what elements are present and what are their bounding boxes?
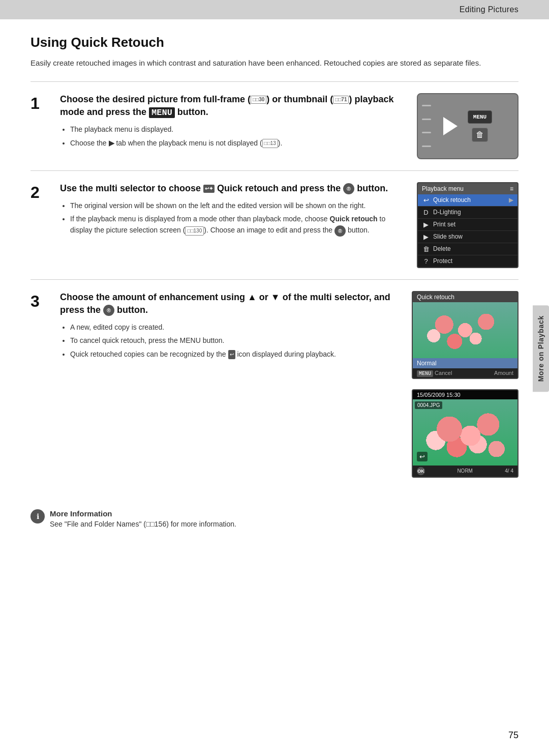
- step-3-bullet-2: To cancel quick retouch, press the MENU …: [70, 335, 402, 346]
- step-3-bullet-1: A new, edited copy is created.: [70, 322, 402, 333]
- ok-small-icon: OK: [417, 467, 425, 475]
- info-symbol: ℹ: [37, 512, 39, 520]
- playback-menu-illustration: Playback menu ≡ ↩ Quick retouch ▶ D D-Li…: [417, 182, 518, 268]
- more-info-title: More Information: [50, 509, 236, 518]
- more-info-section: ℹ More Information See "File and Folder …: [30, 504, 518, 528]
- ref-30: □□30: [251, 96, 266, 104]
- step-1-bullets: The playback menu is displayed. Choose t…: [60, 124, 407, 149]
- step-2-heading: Use the multi selector to choose ↩✦ Quic…: [60, 182, 407, 195]
- step-3-content: Choose the amount of enhancement using ▲…: [60, 291, 402, 362]
- more-info-icon: ℹ: [30, 509, 45, 524]
- section-intro: Easily create retouched images in which …: [30, 57, 518, 69]
- camera-btn-area: MENU 🗑: [443, 110, 492, 142]
- trash-button-img: 🗑: [472, 128, 488, 142]
- camera-line-2: [422, 119, 431, 120]
- pm-row-quickretouch: ↩ Quick retouch ▶: [418, 194, 517, 207]
- photo-bg: 0004.JPG ↩: [413, 399, 517, 466]
- qr-amount-label: Amount: [494, 370, 513, 376]
- main-content: Using Quick Retouch Easily create retouc…: [0, 19, 549, 548]
- step-3-number: 3: [30, 292, 50, 311]
- qr-normal-bar: Normal: [413, 358, 517, 368]
- pm-menu-icon: ≡: [510, 185, 513, 192]
- pm-label-protect: Protect: [433, 257, 452, 265]
- pm-icon-dlighting: D: [422, 209, 430, 216]
- camera-illustration: MENU 🗑: [417, 93, 518, 159]
- step-2-bullet-1: The original version will be shown on th…: [70, 200, 407, 211]
- step-1-row: 1 Choose the desired picture from full-f…: [30, 81, 518, 170]
- step-1-bullet-1: The playback menu is displayed.: [70, 124, 407, 135]
- step-1-bullet-2: Choose the ▶ tab when the playback menu …: [70, 137, 407, 149]
- step-2-bullets: The original version will be shown on th…: [60, 200, 407, 237]
- pm-row-delete: 🗑 Delete: [418, 243, 517, 255]
- step-2-row: 2 Use the multi selector to choose ↩✦ Qu…: [30, 170, 518, 279]
- pm-header: Playback menu ≡: [418, 183, 517, 194]
- quick-retouch-screen: Quick retouch Normal MENU Cancel Amount: [412, 291, 518, 379]
- step-3-row: 3 Choose the amount of enhancement using…: [30, 279, 518, 489]
- camera-side-lines: [422, 99, 431, 153]
- step-1-number: 1: [30, 94, 50, 113]
- pm-row-printset: ▶ Print set: [418, 219, 517, 231]
- ref-13: □□13: [262, 139, 278, 148]
- camera-line-3: [422, 132, 431, 133]
- ref-71: □□71: [333, 96, 349, 104]
- qr-cancel-label: MENU Cancel: [417, 370, 452, 376]
- ok-circle-3: ®: [103, 305, 114, 316]
- step-3-heading: Choose the amount of enhancement using ▲…: [60, 291, 402, 316]
- pm-label-dlighting: D-Lighting: [433, 209, 461, 216]
- photo-norm-label: NORM: [457, 468, 473, 474]
- pm-row-dlighting: D D-Lighting: [418, 207, 517, 219]
- pm-label-quickretouch: Quick retouch: [433, 196, 471, 203]
- photo-top-bar: 15/05/2009 15:30: [413, 390, 517, 399]
- pm-label-slideshow: Slide show: [433, 233, 463, 240]
- page-number: 75: [508, 730, 518, 741]
- more-info-content: More Information See "File and Folder Na…: [50, 509, 236, 528]
- photo-ok-label: OK: [417, 467, 425, 475]
- ok-circle-2: ®: [343, 183, 354, 194]
- pm-icon-protect: ?: [422, 257, 430, 265]
- photo-counter: 4/ 4: [505, 468, 513, 474]
- camera-line-1: [422, 105, 431, 106]
- sidebar-label: More on Playback: [537, 315, 545, 382]
- menu-key-3: MENU: [180, 336, 201, 344]
- pm-icon-delete: 🗑: [422, 245, 430, 253]
- ok-circle-2b: ®: [334, 225, 346, 237]
- menu-key-1: MENU: [149, 107, 175, 118]
- photo-bottom-bar: OK NORM 4/ 4: [413, 466, 517, 477]
- section-title: Using Quick Retouch: [30, 35, 518, 50]
- retouch-icon: ↩✦: [203, 185, 215, 193]
- step-3-bullets: A new, edited copy is created. To cancel…: [60, 322, 402, 360]
- qr-flowers-bg: [413, 302, 517, 358]
- step-1-image: MENU 🗑: [417, 93, 518, 159]
- pm-row-slideshow: ▶ Slide show: [418, 231, 517, 243]
- step-2-content: Use the multi selector to choose ↩✦ Quic…: [60, 182, 407, 239]
- page: Editing Pictures Using Quick Retouch Eas…: [0, 0, 549, 756]
- photo-image: 0004.JPG ↩: [413, 399, 517, 466]
- arrow-right-icon: [443, 117, 458, 135]
- more-info-text: See "File and Folder Names" (□□156) for …: [50, 520, 236, 528]
- ref-130: □□130: [185, 226, 204, 236]
- step-3-image: Quick retouch Normal MENU Cancel Amount …: [412, 291, 518, 478]
- pm-row-protect: ? Protect: [418, 255, 517, 267]
- qr-flowers-image: [413, 302, 517, 358]
- step-3-bullet-3: Quick retouched copies can be recognized…: [70, 348, 402, 360]
- retouch-overlay-icon: ↩: [417, 452, 428, 461]
- qr-header: Quick retouch: [413, 292, 517, 302]
- step-2-image: Playback menu ≡ ↩ Quick retouch ▶ D D-Li…: [417, 182, 518, 268]
- pm-icon-printset: ▶: [422, 221, 430, 228]
- pm-icon-quickretouch: ↩: [422, 196, 430, 204]
- pm-title: Playback menu: [422, 185, 464, 192]
- step-1-content: Choose the desired picture from full-fra…: [60, 93, 407, 151]
- step-2-bullet-2: If the playback menu is displayed from a…: [70, 213, 407, 237]
- camera-line-4: [422, 146, 431, 147]
- step-1-heading: Choose the desired picture from full-fra…: [60, 93, 407, 119]
- header-title: Editing Pictures: [460, 5, 518, 14]
- step-2-number: 2: [30, 183, 50, 202]
- sidebar-tab: More on Playback: [533, 305, 549, 392]
- photo-screen: 15/05/2009 15:30 0004.JPG ↩ OK NORM: [412, 389, 518, 478]
- menu-button-img: MENU: [468, 110, 492, 124]
- pm-arrow-quickretouch: ▶: [509, 196, 513, 203]
- retouch-copy-icon: ↩: [228, 350, 235, 359]
- photo-datetime: 15/05/2009 15:30: [417, 392, 461, 398]
- pm-label-printset: Print set: [433, 221, 455, 228]
- pm-icon-slideshow: ▶: [422, 233, 430, 241]
